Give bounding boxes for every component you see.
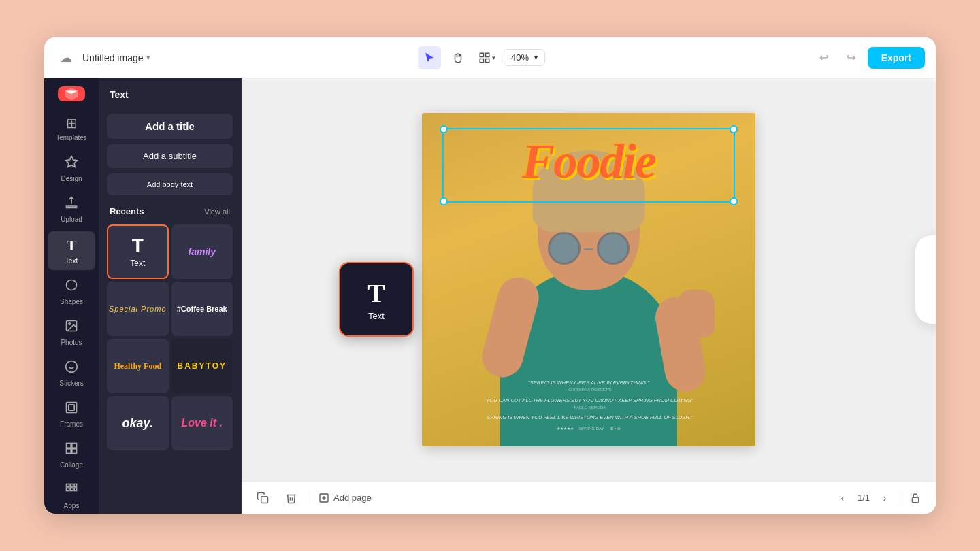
spring-day-label: SPRING DAY (579, 426, 604, 433)
sidebar-item-frames[interactable]: Frames (48, 395, 95, 433)
doc-title-text: Untitled image (82, 52, 144, 63)
poster-quote3: "SPRING IS WHEN YOU FEEL LIKE WHISTLING … (459, 414, 718, 422)
main-area: ⊞ Templates Design Upload (44, 78, 936, 514)
sidebar-item-label: Apps (64, 502, 80, 510)
shapes-icon (65, 278, 78, 295)
svg-rect-15 (72, 449, 77, 454)
sidebar-item-label: Collage (60, 461, 83, 469)
apps-icon (65, 482, 78, 499)
okay-text: okay. (122, 416, 153, 431)
text-presets-grid: T Text family Special Promo #Coffee Brea… (99, 222, 241, 453)
delete-page-button[interactable] (281, 488, 301, 508)
sidebar-item-design[interactable]: Design (48, 150, 95, 188)
svg-rect-10 (67, 403, 77, 413)
svg-rect-18 (74, 484, 76, 487)
selection-box[interactable] (442, 128, 735, 203)
preset-babytoy[interactable]: BABYTOY (172, 339, 233, 393)
view-all-link[interactable]: View all (204, 207, 230, 216)
redo-button[interactable]: ↪ (840, 47, 862, 69)
selection-handle-tl[interactable] (440, 125, 448, 133)
selection-handle-bl[interactable] (440, 197, 448, 205)
sidebar-item-upload[interactable]: Upload (48, 190, 95, 229)
preset-healthy-food[interactable]: Healthy Food (107, 339, 169, 393)
svg-rect-1 (485, 53, 489, 56)
topbar-right: ↩ ↪ Export (813, 47, 925, 69)
text-preset-icon-display: T Text (130, 235, 145, 268)
zoom-chevron-icon: ▾ (534, 54, 538, 61)
sidebar-item-label: Stickers (59, 380, 84, 387)
sidebar-item-label: Templates (56, 134, 87, 141)
poster-author2: - PABLO NERUDA (459, 405, 718, 412)
preset-coffee-break[interactable]: #Coffee Break (172, 282, 233, 336)
sidebar-item-apps[interactable]: Apps (48, 477, 95, 514)
floating-text-tooltip[interactable]: T Text (339, 262, 414, 337)
export-button[interactable]: Export (868, 47, 925, 69)
preset-okay[interactable]: okay. (107, 396, 169, 450)
prev-page-button[interactable]: ‹ (833, 488, 852, 507)
poster-caption: "SPRING IS WHEN LIFE'S ALIVE IN EVERYTHI… (459, 379, 718, 433)
sidebar-item-stickers[interactable]: Stickers (48, 354, 95, 393)
selection-handle-tr[interactable] (730, 125, 738, 133)
page-indicator: 1/1 (858, 492, 870, 503)
lock-button[interactable] (906, 488, 925, 507)
sidebar-item-label: Photos (61, 339, 82, 346)
add-subtitle-button[interactable]: Add a subtitle (107, 144, 233, 168)
svg-rect-20 (70, 488, 73, 490)
add-page-label: Add page (333, 492, 372, 503)
add-page-button[interactable]: Add page (318, 492, 372, 503)
svg-rect-2 (485, 59, 489, 62)
sidebar-item-label: Design (61, 175, 82, 182)
bottom-left: Add page (252, 488, 372, 508)
sidebar-item-templates[interactable]: ⊞ Templates (48, 110, 95, 147)
layout-tool-button[interactable]: ▾ (475, 46, 498, 69)
topbar: ☁ Untitled image ▾ ▾ 40% ▾ ↩ ↪ (44, 37, 936, 78)
hand-tool-button[interactable] (446, 46, 470, 69)
collage-icon (65, 441, 78, 458)
poster-quote2: "YOU CAN CUT ALL THE FLOWERS BUT YOU CAN… (459, 397, 718, 405)
text-icon: T (67, 237, 77, 254)
svg-point-7 (66, 361, 78, 373)
svg-rect-3 (480, 59, 483, 62)
topbar-left: ☁ Untitled image ▾ (55, 47, 150, 69)
document-title[interactable]: Untitled image ▾ (82, 52, 150, 63)
svg-rect-22 (932, 252, 936, 307)
svg-rect-27 (912, 497, 918, 502)
duplicate-page-button[interactable] (252, 488, 273, 508)
tooltip-t-icon: T (368, 278, 385, 308)
next-page-button[interactable]: › (875, 488, 894, 507)
preset-love-it[interactable]: Love it . (172, 396, 233, 450)
svg-rect-21 (74, 488, 76, 490)
svg-point-6 (69, 323, 71, 325)
healthy-food-text: Healthy Food (114, 361, 161, 371)
bottom-bar: Add page ‹ 1/1 › (242, 481, 936, 514)
svg-rect-17 (70, 484, 73, 487)
undo-button[interactable]: ↩ (813, 47, 835, 69)
svg-point-4 (67, 280, 77, 290)
sidebar-item-photos[interactable]: Photos (48, 314, 95, 352)
svg-rect-16 (67, 484, 69, 487)
svg-rect-14 (67, 449, 71, 454)
sidebar-item-text[interactable]: T Text (48, 231, 95, 270)
sidebar-item-shapes[interactable]: Shapes (48, 273, 95, 311)
svg-rect-13 (72, 444, 77, 448)
canvas-content[interactable]: Foodie "SPRING IS WHEN LIFE'S ALIVE IN E… (242, 78, 936, 481)
sg-left-lens (548, 232, 581, 265)
canvas-frame[interactable]: Foodie "SPRING IS WHEN LIFE'S ALIVE IN E… (422, 113, 755, 446)
add-body-button[interactable]: Add body text (107, 173, 233, 195)
app-container: ☁ Untitled image ▾ ▾ 40% ▾ ↩ ↪ (44, 37, 936, 514)
select-tool-button[interactable] (418, 46, 441, 69)
preset-text-icon[interactable]: T Text (107, 224, 169, 279)
sidebar-item-collage[interactable]: Collage (48, 436, 95, 474)
frames-icon (65, 401, 78, 418)
preset-family[interactable]: family (172, 224, 233, 279)
preset-special-promo[interactable]: Special Promo (107, 282, 169, 336)
selection-handle-br[interactable] (730, 197, 738, 205)
zoom-control[interactable]: 40% ▾ (504, 49, 545, 66)
text-panel: Text Add a title Add a subtitle Add body… (99, 78, 242, 514)
add-title-button[interactable]: Add a title (107, 114, 233, 139)
chevron-down-icon: ▾ (146, 53, 150, 62)
templates-icon: ⊞ (66, 115, 78, 131)
sidebar-item-label: Text (65, 257, 78, 265)
bottom-divider (310, 491, 310, 505)
design-icon (65, 155, 78, 172)
